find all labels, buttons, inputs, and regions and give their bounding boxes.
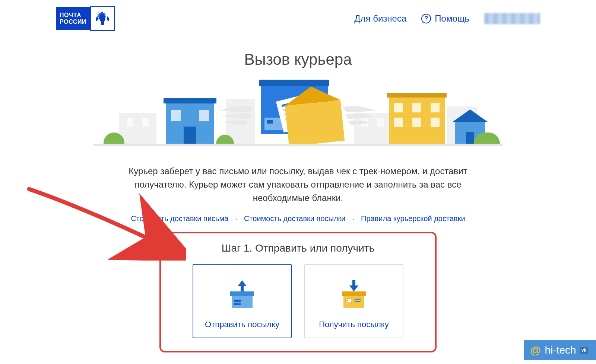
- receive-parcel-option[interactable]: Получить посылку: [304, 264, 403, 338]
- at-icon: @: [530, 344, 541, 357]
- logo-line2: РОССИИ: [60, 19, 86, 25]
- help-link-label: Помощь: [435, 13, 469, 24]
- watermark-text: hi-tech: [545, 344, 576, 356]
- svg-rect-3: [230, 291, 254, 296]
- info-links: Стоимость доставки письма · Стоимость до…: [0, 214, 596, 223]
- logo-line1: ПОЧТА: [60, 12, 86, 19]
- svg-rect-5: [234, 303, 238, 305]
- svg-rect-4: [234, 300, 241, 302]
- svg-rect-6: [238, 303, 241, 305]
- parcel-cost-link[interactable]: Стоимость доставки посылки: [244, 214, 346, 223]
- logo[interactable]: ПОЧТА РОССИИ: [56, 6, 115, 31]
- vk-badge-icon: vk: [580, 347, 588, 354]
- receive-parcel-icon: [337, 279, 371, 313]
- step1-highlight-box: Шаг 1. Отправить или получить: [159, 232, 437, 352]
- header-nav: Для бизнеса ? Помощь: [354, 13, 540, 24]
- svg-rect-8: [342, 291, 366, 296]
- hero-illustration: [93, 80, 503, 154]
- svg-rect-10: [346, 300, 348, 301]
- courier-rules-link[interactable]: Правила курьерской доставки: [361, 214, 465, 223]
- logo-text: ПОЧТА РОССИИ: [56, 7, 90, 30]
- header: ПОЧТА РОССИИ Для бизнеса ? Помощь: [0, 0, 596, 37]
- send-parcel-label: Отправить посылку: [205, 320, 279, 329]
- svg-point-0: [99, 14, 105, 22]
- send-parcel-icon: [225, 279, 259, 313]
- svg-rect-1: [101, 22, 104, 25]
- page-title: Вызов курьера: [0, 51, 596, 68]
- user-account-blurred[interactable]: [484, 13, 540, 24]
- main-content: Вызов курьера Курьер заберет у вас письм…: [0, 37, 596, 352]
- description-text: Курьер заберет у вас письмо или посылку,…: [119, 165, 477, 205]
- receive-parcel-label: Получить посылку: [319, 320, 389, 329]
- step1-options: Отправить посылку: [172, 264, 424, 338]
- step1-title: Шаг 1. Отправить или получить: [172, 242, 424, 254]
- business-link[interactable]: Для бизнеса: [354, 13, 406, 24]
- eagle-icon: [90, 6, 115, 31]
- help-link[interactable]: ? Помощь: [421, 13, 469, 24]
- send-parcel-option[interactable]: Отправить посылку: [193, 264, 292, 338]
- watermark-badge: @ hi-tech vk: [524, 340, 596, 360]
- help-icon: ?: [421, 14, 431, 23]
- letter-cost-link[interactable]: Стоимость доставки письма: [131, 214, 228, 223]
